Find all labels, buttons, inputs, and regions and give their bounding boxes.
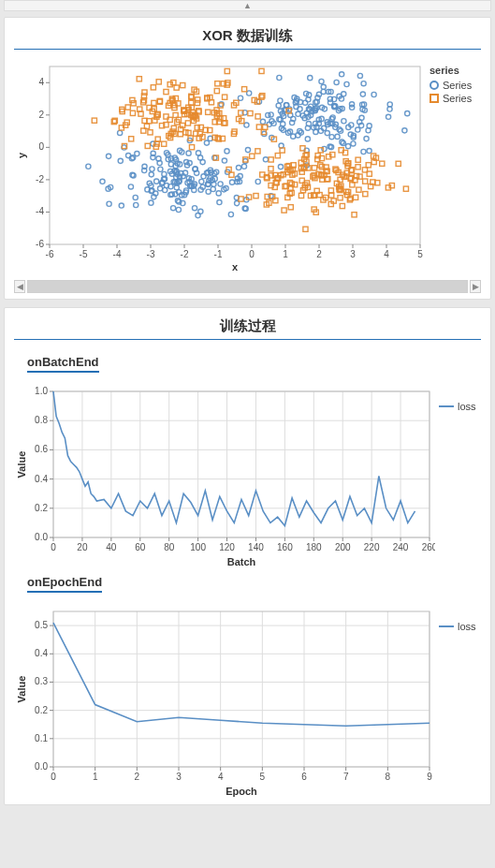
svg-point-343 [367,148,371,153]
svg-point-263 [260,119,265,124]
epoch-loss-chart: 01234567890.00.10.20.30.40.5EpochValue [14,602,435,799]
svg-point-63 [222,158,226,163]
svg-point-296 [325,130,329,135]
svg-text:-6: -6 [46,249,54,259]
svg-text:160: 160 [277,542,293,552]
svg-point-239 [305,137,310,141]
svg-text:0.2: 0.2 [35,503,48,513]
svg-rect-598 [288,205,293,210]
svg-rect-371 [259,68,264,73]
svg-point-181 [150,167,154,171]
panel-title: XOR 数据训练 [14,27,481,50]
svg-text:-4: -4 [36,206,44,216]
svg-rect-382 [151,85,155,90]
svg-text:240: 240 [393,542,409,552]
line-legend: loss [439,602,476,799]
svg-rect-430 [214,89,219,94]
legend-item: loss [439,621,476,632]
svg-point-314 [371,92,376,96]
svg-rect-431 [162,141,167,146]
svg-text:4: 4 [384,249,389,259]
svg-text:-4: -4 [113,249,122,259]
svg-point-224 [342,119,346,124]
legend-item: Series [429,93,472,104]
svg-text:0.0: 0.0 [35,761,48,772]
svg-point-207 [335,134,340,139]
scroll-right-arrow[interactable]: ▶ [470,280,481,293]
svg-rect-614 [269,167,273,171]
svg-point-229 [360,92,365,96]
svg-point-73 [86,164,91,169]
svg-rect-663 [380,161,385,166]
scroll-track[interactable] [27,280,468,293]
svg-rect-593 [338,196,342,200]
line-icon [439,405,454,407]
legend-label: Series [443,80,472,91]
svg-rect-529 [366,163,371,168]
legend-item: loss [439,401,476,412]
scroll-left-arrow[interactable]: ◀ [14,280,25,293]
svg-point-223 [319,79,324,83]
svg-text:3: 3 [176,772,182,782]
svg-point-110 [149,172,153,177]
svg-text:0.2: 0.2 [35,705,48,715]
svg-text:Value: Value [16,676,27,703]
svg-text:1: 1 [283,249,288,259]
collapse-up-bar[interactable]: ▲ [4,0,491,11]
svg-text:0: 0 [51,772,56,782]
svg-text:Batch: Batch [227,556,256,567]
subchart-title: onBatchEnd [27,355,99,373]
horizontal-scrollbar[interactable]: ◀ ▶ [14,280,481,293]
batch-loss-chart: 0204060801001201401601802002202402600.00… [14,382,435,569]
svg-text:60: 60 [135,542,146,552]
svg-point-353 [303,100,308,105]
svg-text:7: 7 [343,772,349,782]
svg-text:5: 5 [260,772,266,782]
svg-point-116 [229,180,234,184]
chevron-up-icon: ▲ [243,1,252,10]
svg-point-270 [364,137,369,141]
svg-rect-627 [340,203,344,208]
svg-text:140: 140 [248,542,264,552]
svg-point-227 [296,111,300,116]
svg-point-131 [154,179,159,184]
svg-point-58 [149,200,153,205]
svg-rect-612 [356,165,360,169]
svg-text:0.8: 0.8 [35,415,48,425]
svg-text:-2: -2 [36,174,44,184]
panel-training-progress: 训练过程 onBatchEnd 020406080100120140160180… [4,307,491,805]
svg-rect-365 [215,81,220,86]
svg-text:0.5: 0.5 [35,620,48,630]
scatter-legend: series Series Series [429,59,472,274]
svg-point-102 [107,201,111,206]
svg-point-158 [212,155,217,160]
svg-rect-577 [254,194,258,199]
svg-point-183 [245,147,250,152]
svg-point-189 [118,158,123,163]
svg-text:4: 4 [38,77,44,87]
svg-rect-472 [241,87,246,92]
svg-text:0.4: 0.4 [35,648,48,658]
svg-text:y: y [16,152,27,158]
svg-rect-545 [396,161,400,166]
svg-point-330 [329,135,334,140]
svg-rect-656 [269,157,273,162]
svg-point-279 [344,81,349,86]
svg-text:8: 8 [386,772,391,782]
svg-point-218 [356,127,360,132]
svg-point-274 [278,98,283,103]
svg-text:0.0: 0.0 [35,532,48,542]
svg-rect-440 [174,85,179,90]
svg-point-136 [134,202,138,207]
legend-label: loss [458,621,476,632]
svg-text:-2: -2 [181,249,189,259]
svg-text:5: 5 [417,249,423,259]
svg-point-278 [277,75,282,80]
svg-point-219 [291,134,296,139]
svg-point-211 [276,103,281,108]
svg-point-107 [228,212,233,216]
svg-point-198 [216,191,221,196]
svg-rect-588 [357,187,361,192]
svg-point-48 [186,151,191,155]
svg-text:-1: -1 [214,249,223,259]
